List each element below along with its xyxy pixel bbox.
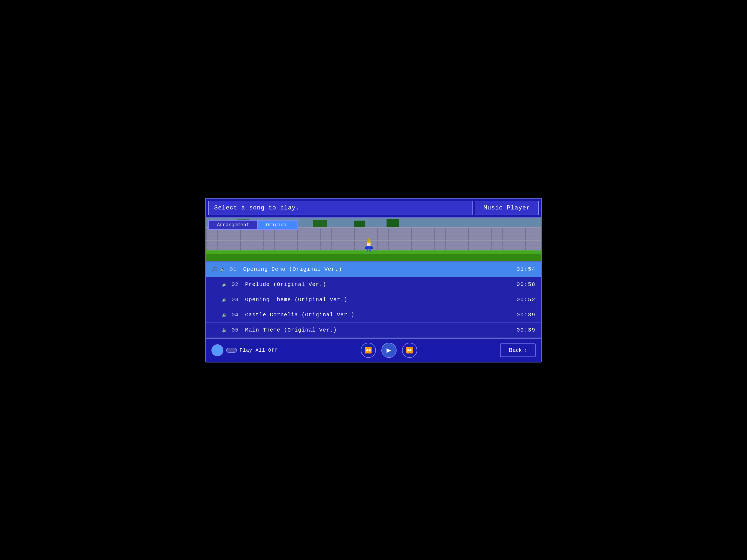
play-all-label: Play All Off bbox=[240, 348, 278, 353]
tree-6 bbox=[387, 219, 399, 228]
song-row-1[interactable]: 🎵 🔈 01 Opening Demo (Original Ver.) 01:5… bbox=[206, 262, 541, 277]
header-title: Music Player bbox=[475, 201, 539, 215]
hat-brim bbox=[367, 242, 371, 243]
volume-icon-4: 🔈 bbox=[221, 312, 229, 318]
volume-icon-2: 🔈 bbox=[221, 282, 229, 287]
head bbox=[367, 243, 370, 246]
volume-icon-1: 🔈 bbox=[219, 266, 227, 272]
song-row-4[interactable]: 🔈 04 Castle Cornelia (Original Ver.) 00:… bbox=[206, 308, 541, 323]
controls-bar: Play All Off ⏪ ▶ ⏩ Back › bbox=[206, 338, 541, 362]
play-all-toggle-group: Play All Off bbox=[211, 344, 278, 356]
song-number-1: 01 bbox=[230, 266, 243, 272]
back-arrow-icon: › bbox=[525, 347, 527, 354]
song-row-3[interactable]: 🔈 03 Opening Theme (Original Ver.) 00:52 bbox=[206, 292, 541, 308]
rewind-button[interactable]: ⏪ bbox=[361, 343, 376, 358]
song-list: 🎵 🔈 01 Opening Demo (Original Ver.) 01:5… bbox=[206, 262, 541, 338]
tabs: Arrangement Original bbox=[208, 220, 298, 230]
song-duration-5: 00:39 bbox=[517, 327, 536, 333]
music-player-panel: Select a song to play. Music Player bbox=[205, 198, 542, 363]
back-label: Back bbox=[509, 347, 522, 353]
tree-5 bbox=[354, 220, 365, 228]
song-row-5[interactable]: 🔈 05 Main Theme (Original Ver.) 00:39 bbox=[206, 323, 541, 338]
song-title-4: Castle Cornelia (Original Ver.) bbox=[245, 312, 517, 318]
song-duration-2: 00:58 bbox=[517, 282, 536, 288]
playback-controls: ⏪ ▶ ⏩ bbox=[283, 343, 494, 358]
song-title-5: Main Theme (Original Ver.) bbox=[245, 327, 517, 333]
song-number-3: 03 bbox=[232, 297, 245, 303]
scene-area: Arrangement Original bbox=[206, 218, 541, 261]
volume-icon-3: 🔈 bbox=[221, 297, 229, 302]
leg-left bbox=[367, 249, 368, 251]
header-message: Select a song to play. bbox=[208, 201, 472, 215]
volume-icon-5: 🔈 bbox=[221, 327, 229, 333]
tree-4 bbox=[313, 220, 327, 228]
hat-top bbox=[367, 237, 370, 242]
song-title-2: Prelude (Original Ver.) bbox=[245, 282, 517, 288]
song-duration-4: 00:39 bbox=[517, 312, 536, 318]
toggle-track[interactable] bbox=[226, 348, 237, 353]
song-duration-3: 00:52 bbox=[517, 297, 536, 303]
cape-left bbox=[365, 247, 367, 249]
grass-bottom bbox=[206, 254, 541, 261]
song-duration-1: 01:54 bbox=[517, 266, 536, 272]
header: Select a song to play. Music Player bbox=[206, 198, 541, 218]
toggle-circle[interactable] bbox=[211, 344, 224, 356]
song-number-2: 02 bbox=[232, 282, 245, 288]
leg-right bbox=[369, 249, 371, 251]
fast-forward-button[interactable]: ⏩ bbox=[402, 343, 417, 358]
back-button[interactable]: Back › bbox=[500, 344, 536, 357]
song-title-1: Opening Demo (Original Ver.) bbox=[243, 266, 517, 272]
song-row-2[interactable]: 🔈 02 Prelude (Original Ver.) 00:58 bbox=[206, 277, 541, 292]
play-button[interactable]: ▶ bbox=[381, 343, 396, 358]
tab-arrangement[interactable]: Arrangement bbox=[208, 220, 257, 230]
tab-original[interactable]: Original bbox=[257, 220, 298, 230]
character-sprite bbox=[363, 237, 374, 251]
body bbox=[366, 246, 371, 249]
play-indicator-icon: 🎵 bbox=[211, 266, 218, 272]
song-title-3: Opening Theme (Original Ver.) bbox=[245, 297, 517, 303]
song-number-5: 05 bbox=[232, 327, 245, 333]
song-number-4: 04 bbox=[232, 312, 245, 318]
cape-right bbox=[371, 247, 373, 249]
